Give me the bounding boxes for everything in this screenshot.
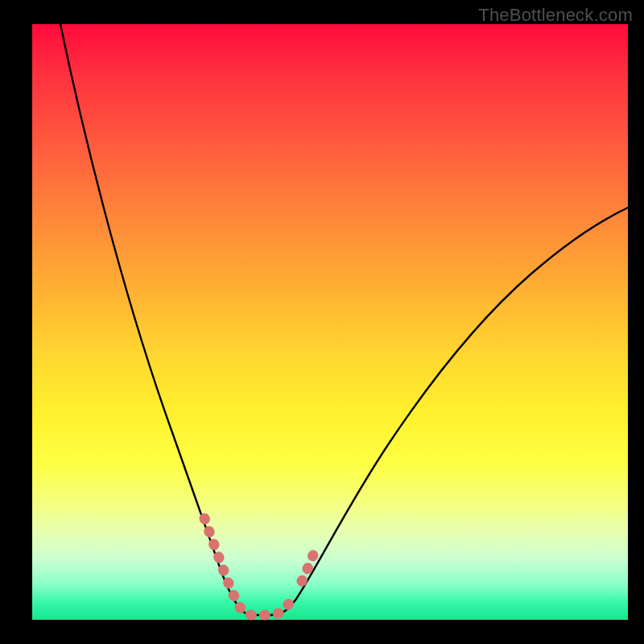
curve-svg: [32, 24, 628, 620]
plot-area: [32, 24, 628, 620]
watermark-text: TheBottleneck.com: [478, 5, 633, 26]
chart-frame: TheBottleneck.com: [0, 0, 644, 644]
curve-right: [270, 208, 628, 615]
curve-left: [60, 24, 270, 615]
highlight-markers: [204, 518, 316, 615]
